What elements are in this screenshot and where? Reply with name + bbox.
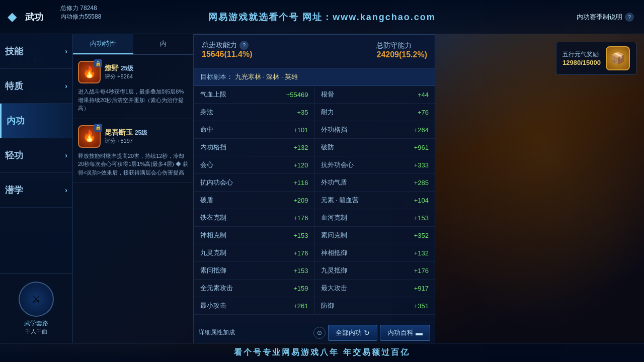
stat-value: +264 [414, 126, 429, 134]
skill-name-liaoyue: 燎野 25级 [105, 64, 133, 73]
stat-name: 铁衣克制 [200, 213, 226, 222]
stats-cell: 铁衣克制+176 [194, 209, 315, 226]
five-element-text: 五行元气奖励 12980/15000 [562, 50, 601, 66]
right-panel: 五行元气奖励 12980/15000 📦 [435, 34, 644, 82]
stat-value: +153 [293, 267, 308, 275]
stat-value: +961 [414, 144, 429, 151]
inner-power: 内功修力55588 [60, 13, 101, 21]
stats-cell: 最小攻击+261 [194, 297, 315, 314]
stats-header: 总进攻能力 ? 15646(11.4%) 总防守能力 24209(15.2%) [194, 35, 435, 68]
stat-name: 血河克制 [321, 213, 347, 222]
defense-value: 24209(15.2%) [376, 50, 427, 59]
stat-name: 神相抵御 [321, 248, 347, 257]
skill-name-kunwu: 昆吾断玉 25级 [105, 128, 147, 137]
stats-cell: 元素 · 碧血营+104 [315, 192, 435, 209]
stat-value: +159 [293, 285, 308, 292]
target-label: 目标副本： [200, 73, 233, 80]
stat-name: 外功格挡 [321, 125, 347, 134]
target-value: 九光寒林 · 深林 · 英雄 [235, 73, 298, 80]
suit-icon: ⚔ [19, 282, 54, 317]
stats-row: 素问抵御+153九灵抵御+176 [194, 262, 435, 280]
skill-desc-kunwu: 释放技能时概率提高20害，持续12秒，冷却20秒每次会心可获得1层1%高(最多4… [78, 152, 188, 177]
tab-inner-trait[interactable]: 内功特性 [73, 34, 133, 54]
chest-icon[interactable]: 📦 [606, 46, 630, 70]
stat-name: 身法 [200, 108, 213, 117]
stat-name: 抗外功会心 [321, 160, 354, 169]
nav-jinneng-arrow: › [65, 47, 67, 55]
stats-row: 身法+35耐力+76 [194, 104, 435, 121]
attack-value: 15646(11.4%) [202, 50, 253, 59]
stat-value: +351 [414, 302, 429, 310]
stat-value: +333 [414, 161, 429, 169]
stats-row: 铁衣克制+176血河克制+153 [194, 209, 435, 227]
stat-name: 九灵克制 [200, 248, 226, 257]
stats-cell: 九灵克制+176 [194, 244, 315, 261]
stats-cell: 素问抵御+153 [194, 262, 315, 279]
nav-qinggong[interactable]: 轻功 › [0, 138, 72, 173]
stat-value: +352 [414, 232, 429, 239]
nav-qianxue[interactable]: 潜学 › [0, 173, 72, 208]
stats-cell: 命中+101 [194, 121, 315, 138]
left-nav: 技能 › 特质 › 内功 轻功 › 潜学 › ⚔ 武学套路 千人千面 [0, 34, 73, 343]
inner-season-help[interactable]: ? [625, 13, 634, 22]
stats-row: 九灵克制+176神相抵御+132 [194, 244, 435, 262]
stat-name: 外功气盾 [321, 178, 347, 187]
skill-icon-kunwu: 🔥 🔒 [78, 125, 101, 148]
tab-inner[interactable]: 内 [133, 34, 194, 54]
stat-value: +153 [414, 214, 429, 222]
inner-wiki-button[interactable]: 内功百科 ▬ [380, 325, 430, 341]
nav-qianxue-label: 潜学 [5, 184, 23, 196]
stats-cell: 外功格挡+264 [315, 121, 435, 138]
stat-value: +55469 [286, 91, 308, 99]
attack-label: 总进攻能力 ? [202, 41, 253, 50]
stats-cell: 抗内功会心+116 [194, 174, 315, 191]
nav-qinggong-label: 轻功 [5, 149, 23, 161]
skill-list-panel: 内功特性 内 🔥 🔒 燎野 25级 评分 +8264 进入战斗每4秒获得1层，最… [73, 34, 194, 343]
skill-item-kunwu[interactable]: 🔥 🔒 昆吾断玉 25级 评分 +8197 释放技能时概率提高20害，持续12秒… [73, 119, 193, 184]
skill-item-liaoyue[interactable]: 🔥 🔒 燎野 25级 评分 +8264 进入战斗每4秒获得1层，最多叠加到5层8… [73, 55, 193, 119]
stats-row: 最小攻击+261防御+351 [194, 297, 435, 315]
stat-value: +176 [293, 249, 308, 257]
stat-value: +76 [418, 109, 429, 116]
stats-row: 全元素攻击+159最大攻击+917 [194, 280, 435, 297]
stat-name: 破盾 [200, 196, 213, 205]
stat-value: +176 [414, 267, 429, 275]
suit-section[interactable]: ⚔ 武学套路 千人千面 [0, 274, 72, 343]
attack-help-icon[interactable]: ? [239, 41, 249, 50]
nav-jinneng[interactable]: 技能 › [0, 34, 72, 69]
nav-neigong[interactable]: 内功 [0, 104, 72, 138]
skill-icon-liaoyue: 🔥 🔒 [78, 61, 101, 83]
skill-score-kunwu: 评分 +8197 [105, 137, 147, 145]
stats-panel: 总进攻能力 ? 15646(11.4%) 总防守能力 24209(15.2%) … [194, 34, 435, 343]
stat-name: 气血上限 [200, 90, 226, 99]
suit-sublabel: 千人千面 [8, 328, 65, 335]
stats-cell: 耐力+76 [315, 104, 435, 121]
stats-cell: 防御+351 [315, 297, 435, 314]
stats-cell: 破盾+209 [194, 192, 315, 209]
stat-value: +120 [293, 161, 308, 169]
stat-value: +153 [293, 232, 308, 239]
inner-season-info[interactable]: 内功赛季制说明 ? [577, 13, 634, 22]
stats-row: 抗内功会心+116外功气盾+285 [194, 174, 435, 192]
stat-name: 内功格挡 [200, 143, 226, 152]
stat-name: 全元素攻击 [200, 284, 233, 293]
stat-value: +104 [414, 197, 429, 204]
stat-value: +176 [293, 214, 308, 222]
stats-grid: 气血上限+55469根骨+44身法+35耐力+76命中+101外功格挡+264内… [194, 86, 435, 338]
nav-tezhi[interactable]: 特质 › [0, 69, 72, 104]
stat-name: 素问抵御 [200, 266, 226, 275]
five-element-value: 12980/15000 [562, 59, 601, 66]
all-inner-button[interactable]: 全部内功 ↻ [328, 325, 377, 341]
stat-name: 命中 [200, 125, 213, 134]
defense-label: 总防守能力 [376, 41, 412, 49]
stat-value: +44 [418, 91, 429, 99]
inner-wiki-label: 内功百科 [387, 328, 414, 337]
stat-name: 最小攻击 [200, 301, 226, 310]
stat-value: +209 [293, 197, 308, 204]
total-stats: 总修力 78248 内功修力55588 [60, 4, 101, 21]
stat-value: +285 [414, 179, 429, 187]
refresh-icon: ↻ [364, 329, 370, 337]
bottom-banner: 看个号专业网易游戏八年 年交易额过百亿 [0, 343, 644, 362]
detail-icon[interactable]: ⊙ [313, 327, 326, 339]
stats-row: 气血上限+55469根骨+44 [194, 86, 435, 104]
